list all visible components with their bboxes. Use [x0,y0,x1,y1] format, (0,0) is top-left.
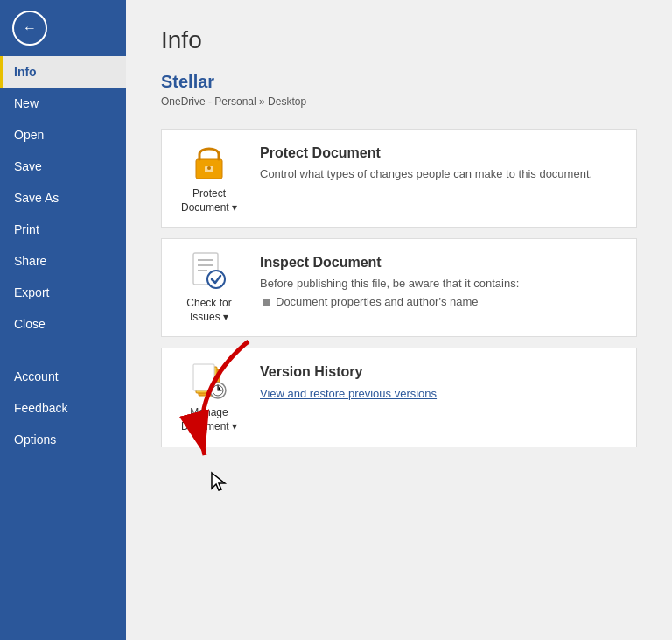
manage-document-label: ManageDocument ▾ [181,406,237,433]
sidebar-item-open[interactable]: Open [0,119,126,151]
page-title: Info [161,26,637,54]
svg-point-7 [207,271,225,288]
version-history-link[interactable]: View and restore previous versions [260,387,437,400]
inspect-document-section: Check forIssues ▾ Inspect Document Befor… [161,238,637,337]
sidebar-item-share[interactable]: Share [0,245,126,277]
sidebar-item-save-as[interactable]: Save As [0,182,126,214]
svg-point-2 [207,166,211,170]
sidebar-item-feedback[interactable]: Feedback [0,392,126,424]
back-arrow-icon: ← [23,20,37,36]
sidebar-item-save[interactable]: Save [0,151,126,182]
protect-document-section: ProtectDocument ▾ Protect Document Contr… [161,129,637,228]
protect-document-text: Protect Document Control what types of c… [260,142,592,186]
protect-document-button[interactable]: ProtectDocument ▾ [174,142,244,215]
list-item: Document properties and author's name [263,295,519,308]
bullet-icon [263,299,270,306]
sidebar-item-export[interactable]: Export [0,277,126,308]
main-content: Info Stellar OneDrive - Personal » Deskt… [126,0,672,640]
check-for-issues-label: Check forIssues ▾ [186,297,231,324]
document-path: OneDrive - Personal » Desktop [161,95,637,108]
sidebar-item-options[interactable]: Options [0,424,126,455]
back-button[interactable]: ← [12,11,47,46]
version-history-text: Version History View and restore previou… [260,361,437,401]
protect-document-label: ProtectDocument ▾ [181,187,237,215]
protect-document-description: Control what types of changes people can… [260,166,592,182]
sidebar-item-close[interactable]: Close [0,308,126,340]
manage-document-icon [189,361,229,401]
version-history-title: Version History [260,364,437,380]
inspect-document-description: Before publishing this file, be aware th… [260,276,519,292]
inspect-document-title: Inspect Document [260,255,519,271]
inspect-document-text: Inspect Document Before publishing this … [260,251,519,308]
version-history-section: ManageDocument ▾ Version History View an… [161,348,637,447]
check-for-issues-button[interactable]: Check forIssues ▾ [174,251,244,324]
sidebar-item-new[interactable]: New [0,88,126,119]
svg-marker-14 [212,473,225,490]
sidebar-item-print[interactable]: Print [0,214,126,245]
inspect-icon [189,251,229,292]
mouse-cursor [210,471,228,496]
list-item-text: Document properties and author's name [276,295,479,308]
lock-icon [189,142,229,182]
manage-document-button[interactable]: ManageDocument ▾ [174,361,244,433]
sidebar-item-account[interactable]: Account [0,361,126,392]
protect-document-title: Protect Document [260,145,592,161]
document-name: Stellar [161,72,637,92]
inspect-document-list: Document properties and author's name [260,295,519,308]
sidebar-item-info[interactable]: Info [0,56,126,88]
sidebar: ← Info New Open Save Save As Print Share… [0,0,126,640]
